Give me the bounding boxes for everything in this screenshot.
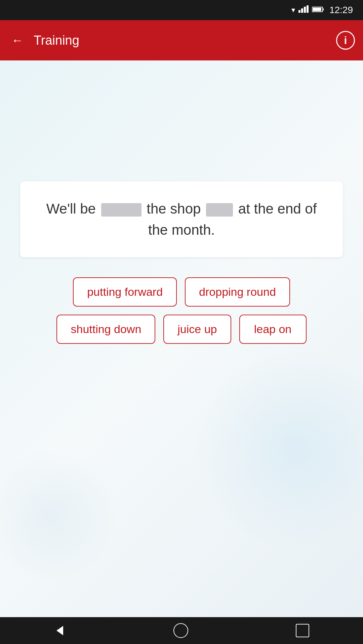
putting-forward-button[interactable]: putting forward — [73, 277, 177, 307]
svg-rect-0 — [298, 10, 300, 13]
leap-on-button[interactable]: leap on — [239, 315, 307, 344]
nav-recent-button[interactable] — [282, 620, 323, 641]
status-icons: ▾ — [291, 5, 324, 15]
nav-back-button[interactable] — [40, 621, 79, 640]
main-content: We'll be the shop at the end of the mont… — [0, 60, 363, 617]
svg-rect-1 — [301, 8, 303, 13]
battery-icon — [312, 6, 324, 14]
svg-rect-6 — [313, 8, 321, 11]
info-button[interactable]: i — [336, 31, 355, 50]
button-row-1: putting forward dropping round — [73, 277, 290, 307]
bottom-nav — [0, 617, 363, 644]
svg-rect-5 — [323, 8, 324, 10]
sentence-card: We'll be the shop at the end of the mont… — [20, 181, 343, 257]
app-bar: ← Training i — [0, 20, 363, 60]
nav-home-circle — [173, 623, 188, 638]
bg-decoration-2 — [0, 449, 118, 584]
sentence-part1: We'll be — [46, 201, 96, 217]
signal-icon — [298, 5, 309, 15]
sentence-text: We'll be the shop at the end of the mont… — [40, 198, 323, 240]
bg-decoration-1 — [195, 349, 363, 550]
back-button[interactable]: ← — [8, 30, 27, 51]
wifi-icon: ▾ — [291, 6, 295, 14]
sentence-part2: the shop — [147, 201, 201, 217]
svg-marker-7 — [56, 626, 63, 635]
button-row-2: shutting down juice up leap on — [56, 315, 306, 344]
answer-buttons: putting forward dropping round shutting … — [20, 277, 343, 344]
svg-rect-2 — [304, 7, 306, 13]
dropping-round-button[interactable]: dropping round — [185, 277, 290, 307]
nav-home-button[interactable] — [160, 620, 202, 641]
blank-box-1 — [101, 203, 142, 217]
app-title: Training — [34, 33, 329, 48]
shutting-down-button[interactable]: shutting down — [56, 315, 155, 344]
status-time: 12:29 — [329, 5, 353, 15]
blank-box-2 — [206, 203, 233, 217]
nav-recent-square — [296, 624, 309, 637]
status-bar: ▾ 12:29 — [0, 0, 363, 20]
svg-rect-3 — [307, 5, 309, 13]
juice-up-button[interactable]: juice up — [163, 315, 231, 344]
